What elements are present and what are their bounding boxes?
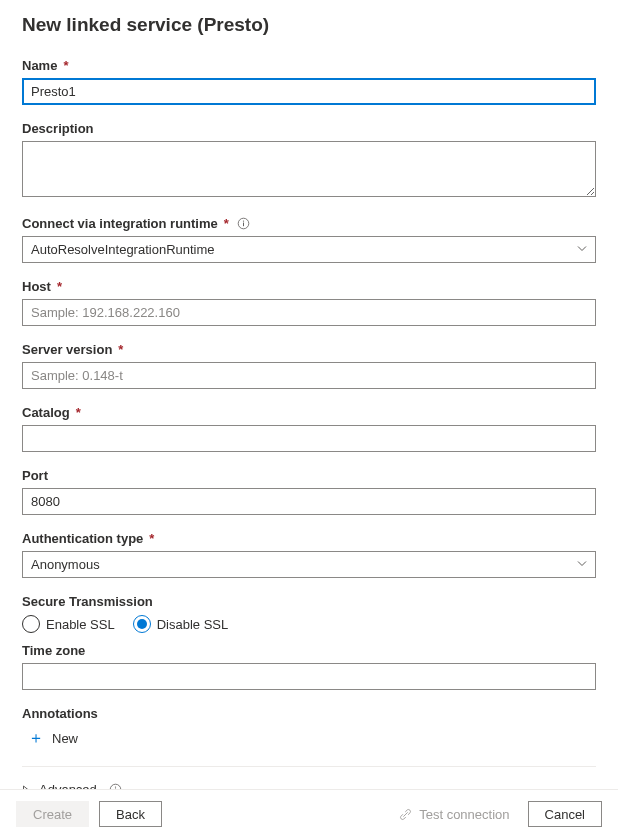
server-version-input[interactable]: [22, 362, 596, 389]
host-input[interactable]: [22, 299, 596, 326]
required-marker: *: [149, 531, 154, 546]
field-auth-type: Authentication type* Anonymous: [22, 531, 596, 578]
required-marker: *: [57, 279, 62, 294]
radio-icon: [22, 615, 40, 633]
timezone-input[interactable]: [22, 663, 596, 690]
port-input[interactable]: [22, 488, 596, 515]
description-input[interactable]: [22, 141, 596, 197]
required-marker: *: [76, 405, 81, 420]
field-annotations: Annotations ＋ New: [22, 706, 596, 750]
radio-enable-ssl[interactable]: Enable SSL: [22, 615, 115, 633]
test-connection-button: Test connection: [390, 807, 517, 822]
cancel-button[interactable]: Cancel: [528, 801, 602, 827]
catalog-label: Catalog*: [22, 405, 596, 420]
info-icon[interactable]: [237, 217, 250, 230]
svg-point-4: [115, 786, 116, 787]
timezone-label: Time zone: [22, 643, 596, 658]
radio-disable-ssl[interactable]: Disable SSL: [133, 615, 229, 633]
field-description: Description: [22, 121, 596, 200]
name-input[interactable]: [22, 78, 596, 105]
runtime-select[interactable]: AutoResolveIntegrationRuntime: [22, 236, 596, 263]
runtime-label: Connect via integration runtime*: [22, 216, 596, 231]
radio-label: Enable SSL: [46, 617, 115, 632]
svg-point-1: [243, 220, 244, 221]
back-button[interactable]: Back: [99, 801, 162, 827]
field-secure-transmission: Secure Transmission Enable SSL Disable S…: [22, 594, 596, 633]
field-name: Name*: [22, 58, 596, 105]
auth-type-select[interactable]: Anonymous: [22, 551, 596, 578]
field-catalog: Catalog*: [22, 405, 596, 452]
port-label: Port: [22, 468, 596, 483]
create-button: Create: [16, 801, 89, 827]
auth-type-label: Authentication type*: [22, 531, 596, 546]
catalog-input[interactable]: [22, 425, 596, 452]
footer: Create Back Test connection Cancel: [0, 789, 618, 838]
svg-rect-2: [243, 223, 244, 227]
server-version-label: Server version*: [22, 342, 596, 357]
name-label: Name*: [22, 58, 596, 73]
page-title: New linked service (Presto): [22, 14, 596, 36]
new-annotation-label: New: [52, 731, 78, 746]
field-host: Host*: [22, 279, 596, 326]
new-annotation-button[interactable]: ＋ New: [22, 726, 84, 750]
radio-label: Disable SSL: [157, 617, 229, 632]
field-server-version: Server version*: [22, 342, 596, 389]
field-runtime: Connect via integration runtime* AutoRes…: [22, 216, 596, 263]
test-connection-label: Test connection: [419, 807, 509, 822]
divider: [22, 766, 596, 767]
required-marker: *: [63, 58, 68, 73]
plus-icon: ＋: [28, 730, 44, 746]
field-timezone: Time zone: [22, 643, 596, 690]
required-marker: *: [118, 342, 123, 357]
secure-transmission-label: Secure Transmission: [22, 594, 596, 609]
host-label: Host*: [22, 279, 596, 294]
field-port: Port: [22, 468, 596, 515]
description-label: Description: [22, 121, 596, 136]
radio-icon: [133, 615, 151, 633]
connection-icon: [398, 807, 413, 822]
annotations-label: Annotations: [22, 706, 596, 721]
required-marker: *: [224, 216, 229, 231]
